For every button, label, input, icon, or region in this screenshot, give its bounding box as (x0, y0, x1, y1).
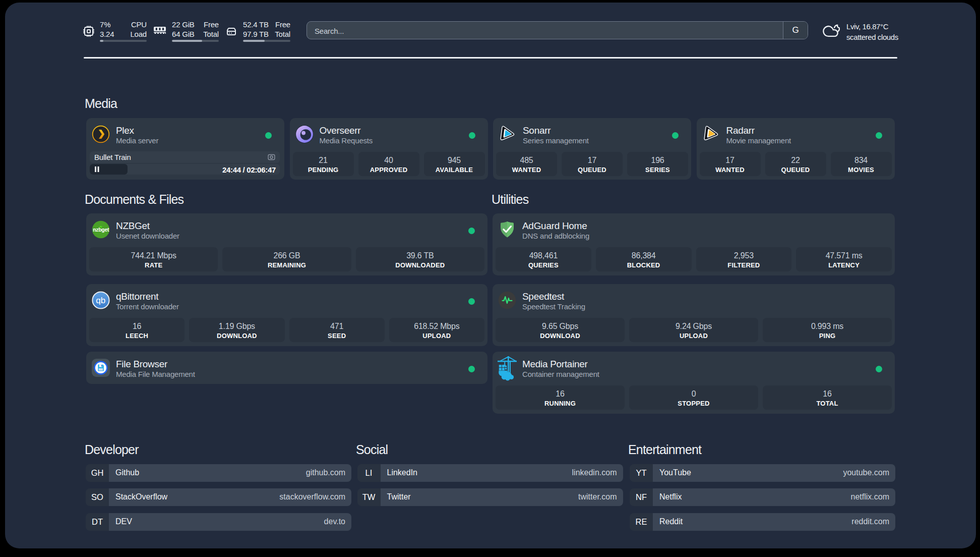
svg-text:qb: qb (96, 295, 105, 305)
svg-text:nzbget: nzbget (93, 227, 109, 233)
